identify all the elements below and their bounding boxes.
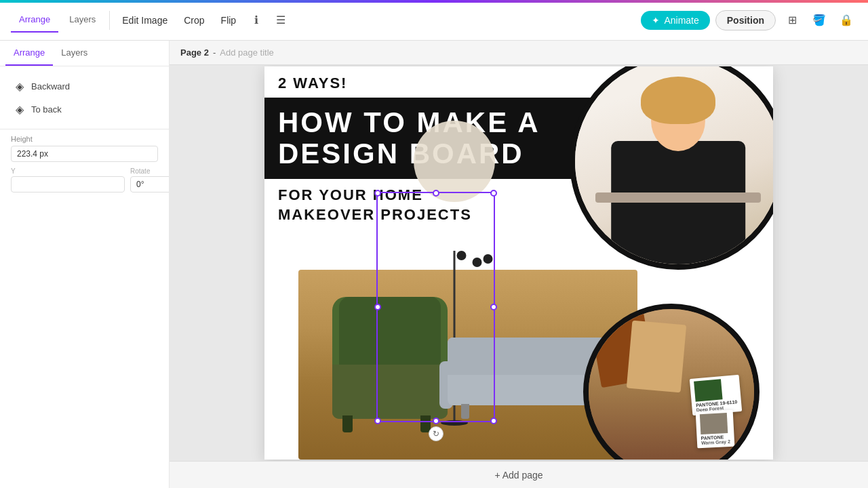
rotate-input[interactable] (130, 176, 170, 192)
to-back-item[interactable]: ◈ To back (11, 98, 158, 121)
chair-back (339, 297, 441, 371)
toolbar-center: ✦ Animate Position ⊞ 🪣 🔒 (641, 9, 857, 31)
grid-icon: ⊞ (788, 14, 797, 26)
y-group: Y (11, 167, 125, 192)
backward-icon: ◈ (14, 80, 26, 92)
menu-icon: ☰ (276, 14, 285, 26)
backward-item[interactable]: ◈ Backward (11, 75, 158, 98)
rotate-label: Rotate (130, 167, 170, 175)
top-toolbar: Arrange Layers Edit Image Crop Flip ℹ ☰ … (0, 0, 868, 41)
to-back-icon: ◈ (14, 103, 26, 115)
pantone-name-2: Warm Gray 2 (701, 439, 730, 445)
y-rotate-row: Y Rotate (11, 167, 158, 192)
circle-swatches-inner: PANTONE 19-6110 Deep Forest PANTONE Warm… (589, 309, 754, 460)
add-page-bar[interactable]: + Add page (170, 461, 868, 488)
pantone-card-2: PANTONE Warm Gray 2 (696, 410, 735, 449)
y-input[interactable] (11, 176, 125, 192)
page-indicator: Page 2 - Add page title (170, 41, 868, 65)
lock-icon: 🔒 (840, 14, 853, 26)
circle-person-inner (575, 66, 773, 264)
circle-image-swatches: PANTONE 19-6110 Deep Forest PANTONE Warm… (583, 304, 760, 460)
height-row (11, 146, 158, 162)
edit-image-button[interactable]: Edit Image (115, 11, 174, 30)
arrange-tab[interactable]: Arrange (11, 7, 58, 33)
animate-icon: ✦ (652, 15, 660, 26)
height-input[interactable] (11, 146, 158, 162)
lamp-head-1 (457, 251, 467, 260)
chair-leg-left (342, 415, 353, 432)
divider-1 (109, 11, 110, 30)
palette-button[interactable]: 🪣 (808, 9, 830, 31)
design-canvas[interactable]: 2 WAYS! HOW TO MAKE A DESIGN BOARD FOR Y… (264, 66, 773, 460)
lock-button[interactable]: 🔒 (835, 9, 857, 31)
desk (595, 192, 760, 203)
canvas[interactable]: 2 WAYS! HOW TO MAKE A DESIGN BOARD FOR Y… (170, 65, 868, 461)
page-separator: - (213, 47, 216, 58)
gradient-bar (0, 0, 868, 3)
canvas-area: Page 2 - Add page title 2 WAYS! HOW TO M… (170, 41, 868, 488)
chair-body (332, 297, 448, 419)
grid-button[interactable]: ⊞ (781, 9, 803, 31)
palette-icon: 🪣 (812, 14, 826, 26)
dimensions-panel: Height Y Rotate (0, 129, 169, 203)
panel-layers-tab[interactable]: Layers (53, 41, 96, 66)
crop-button[interactable]: Crop (177, 11, 211, 30)
layers-tab[interactable]: Layers (61, 7, 104, 33)
page-title-placeholder[interactable]: Add page title (220, 47, 274, 58)
toolbar-left: Arrange Layers Edit Image Crop Flip ℹ ☰ (11, 7, 635, 33)
flip-button[interactable]: Flip (214, 11, 243, 30)
chair-seat (332, 365, 448, 419)
tan-swatch (627, 321, 686, 393)
pantone-color-warmgray (700, 413, 728, 434)
to-back-label: To back (31, 104, 62, 115)
main-content: Arrange Layers ◈ Backward ◈ To back Heig… (0, 41, 868, 488)
panel-arrange-tab[interactable]: Arrange (5, 41, 53, 66)
animate-label: Animate (664, 15, 698, 26)
lamp-base (441, 420, 468, 426)
info-button[interactable]: ℹ (245, 9, 267, 31)
add-page-label: + Add page (494, 470, 542, 481)
position-button[interactable]: Position (715, 10, 776, 30)
rotate-group: Rotate (130, 167, 170, 192)
animate-button[interactable]: ✦ Animate (641, 11, 709, 30)
lamp-head-2 (473, 258, 482, 267)
page-number: Page 2 (180, 47, 209, 58)
chair-leg-right (420, 415, 431, 432)
panel-tabs: Arrange Layers (0, 41, 169, 66)
pantone-card-1: PANTONE 19-6110 Deep Forest (690, 375, 743, 415)
pantone-color-deepforest (694, 379, 722, 401)
backward-label: Backward (31, 81, 70, 92)
person-hair (641, 77, 715, 124)
circle-image-person (570, 66, 773, 270)
sofa-leg-left (461, 404, 469, 419)
menu-button[interactable]: ☰ (270, 9, 292, 31)
height-label: Height (11, 135, 158, 143)
lamp-head-3 (484, 254, 493, 264)
beige-blob (414, 121, 495, 202)
left-panel: Arrange Layers ◈ Backward ◈ To back Heig… (0, 41, 170, 488)
panel-section-arrange: ◈ Backward ◈ To back (0, 66, 169, 129)
info-icon: ℹ (254, 14, 258, 26)
y-label: Y (11, 167, 125, 175)
